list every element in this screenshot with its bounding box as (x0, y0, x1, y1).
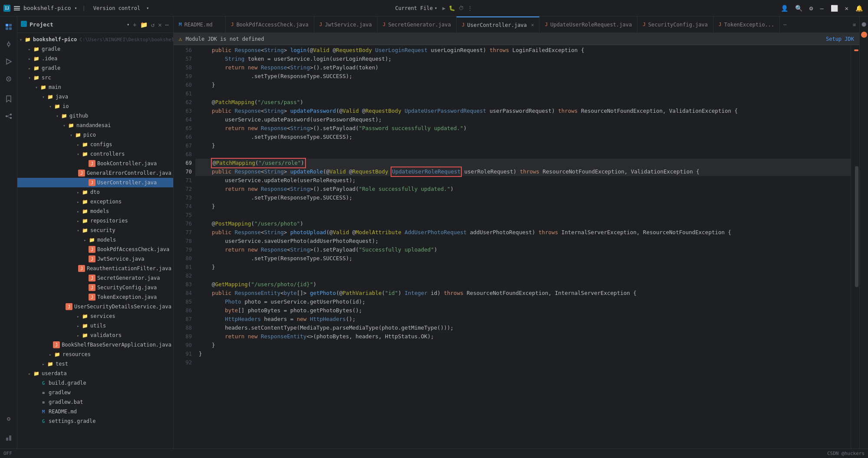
tree-item-controllers[interactable]: ▾ 📁 controllers (17, 149, 173, 159)
tree-item-gradlew[interactable]: ▸ ≡ gradlew (17, 388, 173, 397)
activity-structure-icon[interactable] (1, 108, 16, 124)
tree-item-jwtservice[interactable]: ▸ J JwtService.java (17, 254, 173, 264)
tree-item-generalerrorcontroller[interactable]: ▸ J GeneralErrorController.java (17, 168, 173, 178)
tree-item-userdata[interactable]: ▸ 📁 userdata (17, 369, 173, 378)
tree-item-root[interactable]: ▾ 📁 bookshelf-pico C:\Users\NINGMEI\Desk… (17, 35, 173, 44)
tree-item-src[interactable]: ▾ 📁 src (17, 73, 173, 82)
tree-item-reauthfilter[interactable]: ▸ J ReauthenticationFilter.java (17, 264, 173, 273)
tree-label-exceptions: exceptions (90, 199, 122, 205)
svg-point-17 (8, 419, 9, 419)
sync-icon[interactable]: ↺ (150, 20, 155, 29)
activity-debug-icon[interactable] (1, 71, 16, 87)
hamburger-icon[interactable] (14, 6, 20, 10)
tree-item-readme[interactable]: ▸ M README.md (17, 407, 173, 416)
close-button[interactable]: ✕ (843, 4, 850, 13)
tree-item-resources[interactable]: ▸ 📁 resources (17, 350, 173, 359)
activity-run-icon[interactable] (1, 54, 16, 69)
tree-arrow-dto: ▸ (75, 189, 82, 196)
tree-item-usersecdetails[interactable]: ▸ J UserSecurityDetailsService.java (17, 302, 173, 311)
notifications-icon[interactable]: 🔔 (854, 4, 865, 13)
tree-item-securityconfig[interactable]: ▸ J SecurityConfig.java (17, 283, 173, 292)
minimize-button[interactable]: — (818, 4, 825, 13)
tree-label-models: models (90, 208, 109, 214)
tree-item-security[interactable]: ▾ 📁 security (17, 226, 173, 235)
tree-item-gradlewbat[interactable]: ▸ ≡ gradlew.bat (17, 397, 173, 407)
current-file-label[interactable]: Current File (395, 5, 433, 11)
tree-item-test[interactable]: ▸ 📁 test (17, 359, 173, 369)
tree-item-secretgen[interactable]: ▸ J SecretGenerator.java (17, 273, 173, 283)
version-control-dropdown[interactable]: ▾ (146, 6, 149, 10)
tree-item-models[interactable]: ▸ 📁 models (17, 206, 173, 216)
tree-item-io[interactable]: ▾ 📁 io (17, 101, 173, 111)
tree-item-tokenexception[interactable]: ▸ J TokenException.java (17, 292, 173, 302)
code-line-83: @GetMapping("/users/photo/{id}") (195, 280, 851, 289)
notifications-side-icon[interactable]: ⬤ (861, 18, 867, 30)
tree-item-idea[interactable]: ▸ 📁 .idea (17, 54, 173, 63)
sidebar-more-icon[interactable]: ⋯ (164, 20, 170, 29)
folder-icon-java: 📁 (47, 93, 54, 100)
tree-item-main[interactable]: ▾ 📁 main (17, 82, 173, 92)
tree-item-github[interactable]: ▾ 📁 github (17, 111, 173, 121)
tree-item-pico[interactable]: ▾ 📁 pico (17, 130, 173, 140)
activity-bookmarks-icon[interactable] (1, 91, 16, 107)
account-icon[interactable]: 👤 (779, 4, 790, 13)
tab-bookpdfaccesscheck[interactable]: J BookPdfAccessCheck.java (226, 16, 314, 33)
tree-label-controllers: controllers (90, 151, 125, 157)
tree-item-exceptions[interactable]: ▸ 📁 exceptions (17, 197, 173, 206)
tab-usercontroller[interactable]: J UserController.java ✕ (457, 16, 540, 33)
activity-plugins-icon[interactable] (1, 430, 16, 446)
profile-icon[interactable]: ⏱ (459, 5, 464, 11)
tree-arrow-services: ▸ (75, 313, 82, 320)
tree-item-bookpdfaccesscheck[interactable]: ▸ J BookPdfAccessCheck.java (17, 245, 173, 254)
tree-item-dto[interactable]: ▸ 📁 dto (17, 187, 173, 197)
tree-item-utils[interactable]: ▸ 📁 utils (17, 321, 173, 330)
tab-jwtservice[interactable]: J JwtService.java (314, 16, 378, 33)
maximize-button[interactable]: ⬜ (829, 4, 840, 13)
tree-item-settingsgradle[interactable]: ▸ G settings.gradle (17, 416, 173, 426)
tree-item-usercontroller[interactable]: ▸ J UserController.java (17, 178, 173, 187)
code-content[interactable]: public Response<String> login(@Valid @Re… (195, 45, 851, 448)
tab-close-userctrl[interactable]: ✕ (531, 22, 534, 28)
tab-label-secconfig: SecurityConfig.java (648, 22, 708, 28)
search-icon[interactable]: 🔍 (793, 4, 804, 13)
run-icon[interactable]: ▶ (442, 5, 445, 11)
tree-item-validators[interactable]: ▸ 📁 validators (17, 330, 173, 340)
settings-icon[interactable]: ⚙ (808, 4, 815, 13)
tree-item-security-models[interactable]: ▸ 📁 models (17, 235, 173, 245)
tab-updateuserrolerequest[interactable]: J UpdateUserRoleRequest.java (539, 16, 637, 33)
close-sidebar-icon[interactable]: ✕ (157, 20, 162, 29)
tree-item-configs[interactable]: ▸ 📁 configs (17, 140, 173, 149)
setup-jdk-button[interactable]: Setup JDK (826, 36, 854, 42)
tab-overflow-button[interactable]: ⋯ (780, 16, 790, 33)
tab-tokenexception[interactable]: J TokenExceptio... (713, 16, 780, 33)
version-control-button[interactable]: Version control (91, 4, 143, 12)
activity-project-icon[interactable] (1, 19, 16, 35)
tree-item-nandandesai[interactable]: ▾ 📁 nandandesai (17, 121, 173, 130)
tree-item-bookcontroller[interactable]: ▸ J BookController.java (17, 159, 173, 168)
activity-notifications-icon[interactable] (1, 413, 16, 429)
code-line-91: } (195, 350, 851, 358)
svg-rect-5 (9, 27, 12, 30)
tab-settings-icon[interactable]: ≡ (849, 16, 859, 33)
new-folder-icon[interactable]: 📁 (139, 20, 148, 29)
tab-readme[interactable]: M README.md (174, 16, 226, 33)
tree-item-gradle1[interactable]: ▸ 📁 gradle (17, 44, 173, 54)
debug-icon[interactable]: 🐛 (449, 5, 455, 11)
tree-item-gradle2[interactable]: ▸ 📁 gradle (17, 63, 173, 73)
project-dropdown[interactable]: ▾ (75, 6, 77, 10)
tab-securityconfig[interactable]: J SecurityConfig.java (638, 16, 713, 33)
tree-item-repositories[interactable]: ▸ 📁 repositories (17, 216, 173, 226)
tab-secretgenerator[interactable]: J SecretGenerator.java (378, 16, 457, 33)
tree-item-services[interactable]: ▸ 📁 services (17, 311, 173, 321)
project-view-dropdown[interactable]: ▾ (127, 22, 129, 27)
current-file-dropdown[interactable]: ▾ (434, 6, 437, 10)
new-file-icon[interactable]: + (132, 20, 137, 29)
more-run-icon[interactable]: ⋮ (467, 5, 473, 11)
bottom-bar: OFF CSDN @huckers (0, 448, 868, 458)
tree-item-java[interactable]: ▾ 📁 java (17, 92, 173, 101)
activity-commit-icon[interactable] (1, 36, 16, 52)
scrollbar-thumb[interactable] (855, 166, 858, 287)
tree-item-bssapp[interactable]: ▸ J BookShelfBaseServerApplication.java (17, 340, 173, 350)
tree-label-jwtservice: JwtService.java (97, 256, 144, 262)
tree-item-buildgradle[interactable]: ▸ G build.gradle (17, 378, 173, 388)
